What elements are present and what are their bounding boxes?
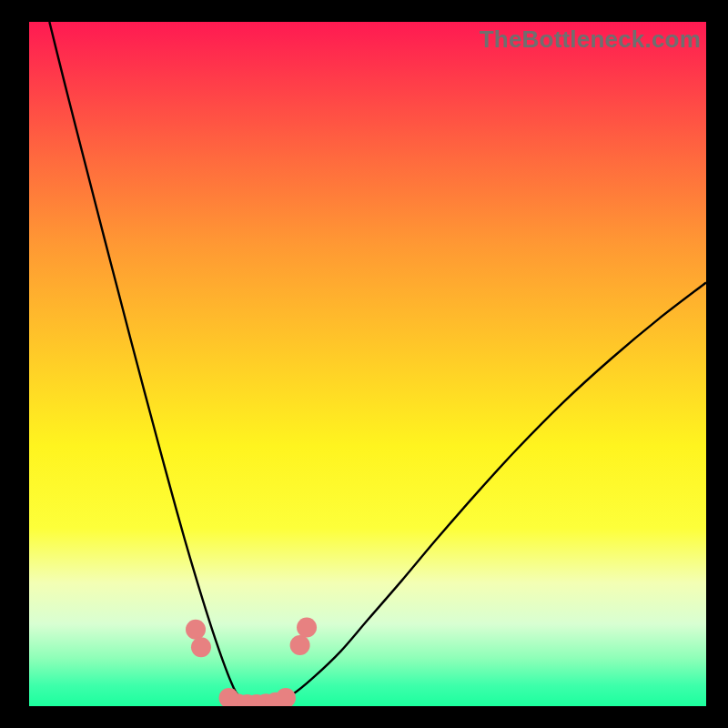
curve-marker bbox=[297, 618, 317, 638]
chart-frame: TheBottleneck.com bbox=[0, 0, 728, 728]
chart-svg bbox=[29, 22, 706, 706]
bottleneck-plot: TheBottleneck.com bbox=[29, 22, 706, 706]
curve-marker bbox=[191, 637, 211, 657]
curve-marker bbox=[290, 635, 310, 655]
curve-markers bbox=[186, 618, 317, 706]
curve-marker bbox=[276, 688, 296, 706]
bottleneck-curve bbox=[49, 22, 706, 705]
curve-marker bbox=[186, 620, 206, 640]
